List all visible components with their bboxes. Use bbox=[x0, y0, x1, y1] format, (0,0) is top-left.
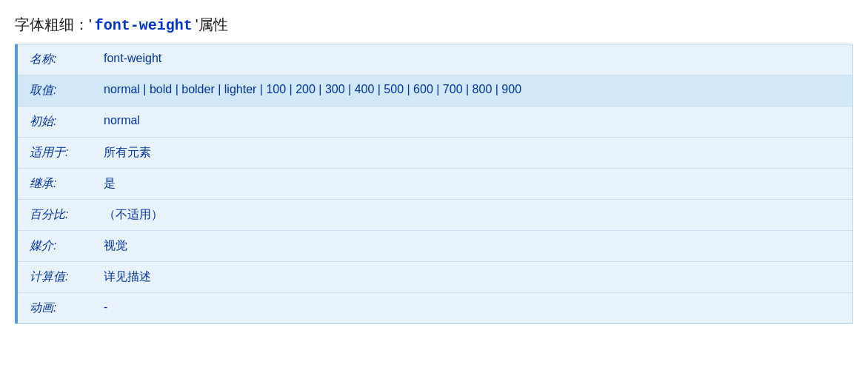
table-row: 初始:normal bbox=[18, 107, 852, 138]
row-value: normal bbox=[92, 107, 852, 138]
row-label: 初始: bbox=[18, 107, 92, 138]
row-value: 是 bbox=[92, 169, 852, 200]
row-value: （不适用） bbox=[92, 200, 852, 231]
table-row: 取值:normal | bold | bolder | lighter | 10… bbox=[18, 75, 852, 107]
table-row: 继承:是 bbox=[18, 169, 852, 200]
title-property: font-weight bbox=[95, 17, 193, 34]
row-value: 视觉 bbox=[92, 231, 852, 262]
page-title: 字体粗细：'font-weight'属性 bbox=[15, 15, 853, 35]
table-row: 动画:- bbox=[18, 293, 852, 324]
row-label: 计算值: bbox=[18, 262, 92, 293]
row-label: 动画: bbox=[18, 293, 92, 324]
row-label: 媒介: bbox=[18, 231, 92, 262]
property-table: 名称:font-weight取值:normal | bold | bolder … bbox=[18, 44, 852, 323]
table-row: 名称:font-weight bbox=[18, 44, 852, 75]
table-row: 媒介:视觉 bbox=[18, 231, 852, 262]
table-row: 百分比:（不适用） bbox=[18, 200, 852, 231]
row-label: 适用于: bbox=[18, 138, 92, 169]
row-label: 百分比: bbox=[18, 200, 92, 231]
table-container: 名称:font-weight取值:normal | bold | bolder … bbox=[15, 44, 853, 324]
row-label: 取值: bbox=[18, 75, 92, 107]
title-suffix: '属性 bbox=[196, 15, 228, 35]
row-value: - bbox=[92, 293, 852, 324]
table-row: 计算值:详见描述 bbox=[18, 262, 852, 293]
row-label: 继承: bbox=[18, 169, 92, 200]
row-value: 详见描述 bbox=[92, 262, 852, 293]
table-row: 适用于:所有元素 bbox=[18, 138, 852, 169]
row-label: 名称: bbox=[18, 44, 92, 75]
row-value: font-weight bbox=[92, 44, 852, 75]
title-prefix: 字体粗细：' bbox=[15, 15, 92, 35]
row-value: normal | bold | bolder | lighter | 100 |… bbox=[92, 75, 852, 107]
row-value: 所有元素 bbox=[92, 138, 852, 169]
